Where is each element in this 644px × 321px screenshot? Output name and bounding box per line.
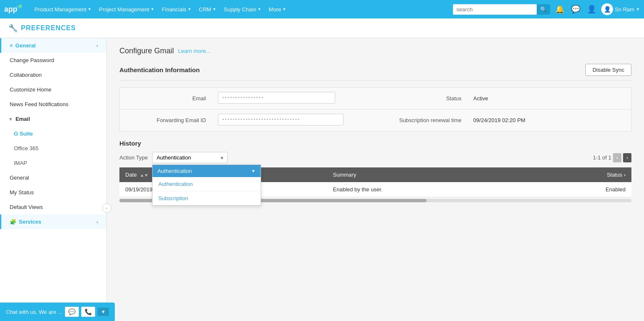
chevron-right-icon: › xyxy=(96,219,98,225)
action-type-dropdown: Authentication ▼ Authentication Subscrip… xyxy=(152,164,261,206)
search-input[interactable] xyxy=(453,5,537,14)
chevron-down-icon: ▼ xyxy=(636,7,640,11)
auth-section-header: Authentication Information Disable Sync xyxy=(119,64,631,76)
svg-text:app: app xyxy=(4,5,18,13)
auth-info-table: Email •••••••••••••••• Status Active For… xyxy=(119,87,631,131)
top-navigation: app tivo Product Management ▼ Project Ma… xyxy=(0,0,644,18)
dropdown-header[interactable]: Authentication ▼ xyxy=(153,165,261,177)
sidebar-item-news-feed[interactable]: News Feed Notifications xyxy=(0,97,106,112)
status-value: Active xyxy=(473,95,488,102)
forwarding-row: Forwarding Email ID ••••••••••••••••••••… xyxy=(120,110,631,131)
nav-more[interactable]: More ▼ xyxy=(265,4,290,15)
nav-financials[interactable]: Financials ▼ xyxy=(158,4,194,15)
collapse-icon: ▼ xyxy=(8,117,13,122)
chat-label: Chat with us, We are ... xyxy=(6,309,62,315)
sidebar-item-change-password[interactable]: Change Password xyxy=(0,53,106,68)
chevron-right-icon: › xyxy=(96,43,98,49)
pagination-range: 1-1 of 1 xyxy=(593,154,611,161)
app-logo[interactable]: app tivo xyxy=(4,3,24,16)
pagination-prev-button[interactable]: ‹ xyxy=(613,153,621,162)
history-title: History xyxy=(119,140,631,147)
forwarding-value: •••••••••••••••••••••••••••••• xyxy=(218,114,344,125)
top-right-controls: 🔍 🔔 💬 👤 👤 Sri Ram ▼ xyxy=(453,3,640,16)
sidebar-item-office365[interactable]: Office 365 xyxy=(0,141,106,156)
nav-product-management[interactable]: Product Management ▼ xyxy=(31,4,95,15)
nav-project-management[interactable]: Project Management ▼ xyxy=(96,4,158,15)
disable-sync-button[interactable]: Disable Sync xyxy=(585,64,631,76)
general-icon: ≡ xyxy=(10,42,13,49)
sort-arrows-icon: ▲▼ xyxy=(140,173,148,177)
learn-more-link[interactable]: Learn more... xyxy=(178,48,210,54)
status-label: Status xyxy=(375,88,468,110)
preferences-icon: 🔧 xyxy=(8,23,18,33)
chat-widget[interactable]: Chat with us, We are ... 💬 📞 ▼ xyxy=(0,303,115,321)
sidebar: ≡ General › Change Password Collaboratio… xyxy=(0,38,107,321)
sidebar-item-general2[interactable]: General xyxy=(0,170,106,185)
avatar: 👤 xyxy=(601,3,613,15)
history-filter-row: Action Type Authentication Subscription … xyxy=(119,152,631,163)
messages-icon[interactable]: 💬 xyxy=(569,3,582,16)
action-type-select-wrapper: Authentication Subscription ▼ Authentica… xyxy=(152,152,228,163)
chevron-down-icon: ▼ xyxy=(212,7,216,11)
sidebar-item-default-views[interactable]: Default Views xyxy=(0,200,106,214)
col-status: Status › xyxy=(528,167,632,182)
sidebar-item-services[interactable]: 🧩 Services › xyxy=(0,214,106,229)
section-divider xyxy=(119,80,631,81)
cell-summary: Enabled by the user. xyxy=(327,182,528,197)
auth-section-title: Authentication Information xyxy=(119,66,200,73)
services-icon: 🧩 xyxy=(10,219,16,225)
page-title: Configure Gmail xyxy=(119,47,174,55)
action-type-label: Action Type xyxy=(119,154,148,161)
action-type-select[interactable]: Authentication Subscription xyxy=(152,152,228,163)
subscription-label: Subscription renewal time xyxy=(375,110,468,131)
chevron-down-icon: ▼ xyxy=(88,7,91,11)
sidebar-section-email[interactable]: ▼ Email xyxy=(0,112,106,126)
cell-status: Enabled xyxy=(528,182,632,197)
forwarding-label: Forwarding Email ID xyxy=(120,110,212,131)
subscription-value: 09/24/2019 02:20 PM xyxy=(473,117,525,123)
main-layout: ≡ General › Change Password Collaboratio… xyxy=(0,38,644,321)
contacts-icon[interactable]: 👤 xyxy=(585,3,598,16)
notification-icon[interactable]: 🔔 xyxy=(553,3,566,16)
dropdown-header-arrow-icon: ▼ xyxy=(251,169,256,173)
chevron-right-table-icon: › xyxy=(624,172,626,178)
pagination-row: 1-1 of 1 ‹ › xyxy=(593,153,631,162)
nav-menu: Product Management ▼ Project Management … xyxy=(31,4,450,15)
page-title-row: Configure Gmail Learn more... xyxy=(119,47,631,55)
chevron-down-icon: ▼ xyxy=(150,7,154,11)
sidebar-item-imap[interactable]: IMAP xyxy=(0,156,106,170)
sidebar-item-customize-home[interactable]: Customize Home xyxy=(0,82,106,97)
chevron-down-icon: ▼ xyxy=(282,7,286,11)
email-label: Email xyxy=(120,88,212,110)
email-row: Email •••••••••••••••• Status Active xyxy=(120,88,631,110)
search-button[interactable]: 🔍 xyxy=(537,4,550,15)
preferences-title: PREFERENCES xyxy=(21,24,76,32)
col-summary: Summary xyxy=(327,167,528,182)
email-value: •••••••••••••••• xyxy=(218,92,335,104)
dropdown-option-authentication[interactable]: Authentication xyxy=(153,177,261,191)
user-menu[interactable]: 👤 Sri Ram ▼ xyxy=(601,3,640,15)
preferences-header: 🔧 PREFERENCES xyxy=(0,18,644,38)
svg-point-2 xyxy=(19,5,21,7)
sidebar-item-gsuite[interactable]: G Suite xyxy=(0,126,106,141)
chat-message-button[interactable]: 💬 xyxy=(65,307,79,317)
sidebar-collapse-button[interactable]: ‹ xyxy=(102,204,111,213)
sidebar-item-collaboration[interactable]: Collaboration xyxy=(0,68,106,82)
chevron-down-icon: ▼ xyxy=(188,7,191,11)
nav-supply-chain[interactable]: Supply Chain ▼ xyxy=(220,4,264,15)
dropdown-option-subscription[interactable]: Subscription xyxy=(153,191,261,205)
main-content: Configure Gmail Learn more... Authentica… xyxy=(107,38,644,321)
search-wrapper: 🔍 xyxy=(453,4,550,15)
nav-crm[interactable]: CRM ▼ xyxy=(196,4,220,15)
sidebar-item-my-status[interactable]: My Status xyxy=(0,185,106,200)
pagination-next-button[interactable]: › xyxy=(623,153,631,162)
sidebar-item-general[interactable]: ≡ General › xyxy=(0,38,106,53)
chat-expand-button[interactable]: ▼ xyxy=(98,308,109,316)
chat-phone-button[interactable]: 📞 xyxy=(81,307,95,317)
chevron-down-icon: ▼ xyxy=(257,7,261,11)
